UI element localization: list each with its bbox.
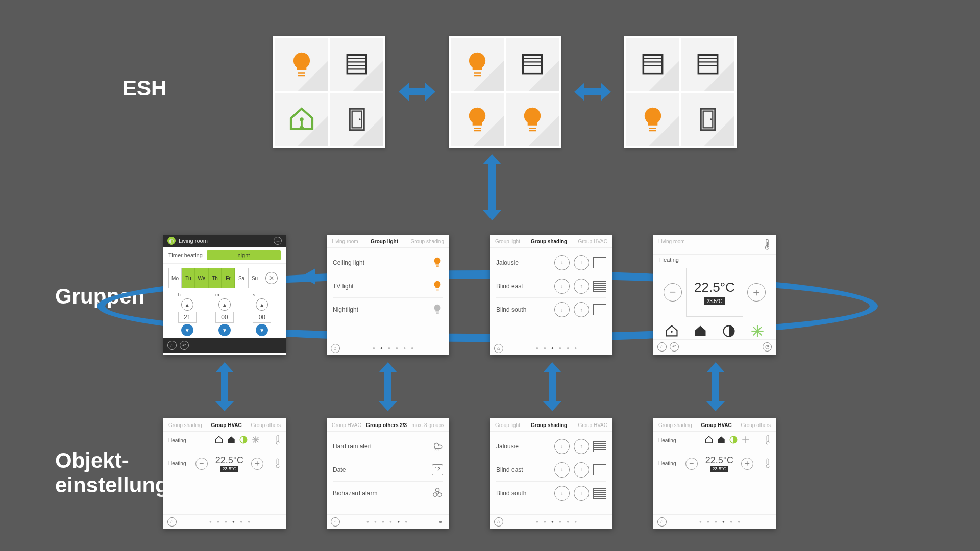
clear-button[interactable]: ✕ — [265, 272, 278, 284]
plus-button[interactable]: ＋ — [747, 283, 766, 302]
m-down-button[interactable]: ▼ — [218, 324, 231, 336]
crumb[interactable]: Group light — [495, 239, 520, 244]
svg-rect-0 — [347, 55, 366, 73]
panel-timer-header: ◐ Living room ＋ — [163, 235, 286, 247]
tile-house[interactable] — [275, 93, 328, 146]
minus-button[interactable]: − — [685, 458, 698, 470]
crumb[interactable]: Group light — [495, 422, 520, 428]
down-button[interactable]: ↓ — [554, 462, 570, 478]
home-icon[interactable]: ⌂ — [167, 517, 177, 527]
light-name: Ceiling light — [333, 259, 364, 266]
plus-button[interactable]: ＋ — [251, 458, 263, 470]
day-we[interactable]: We — [195, 268, 208, 288]
up-button[interactable]: ↑ — [574, 486, 589, 501]
day-fr[interactable]: Fr — [222, 268, 235, 288]
up-button[interactable]: ↑ — [574, 255, 589, 270]
home-icon[interactable]: ⌂ — [657, 517, 667, 527]
mode-frost-icon[interactable] — [741, 435, 750, 445]
home-icon[interactable]: ⌂ — [167, 341, 177, 350]
m-up-button[interactable]: ▲ — [218, 298, 231, 311]
crumb[interactable]: Group others — [251, 422, 281, 428]
home-icon[interactable]: ⌂ — [331, 344, 340, 353]
day-th[interactable]: Th — [208, 268, 222, 288]
home-icon[interactable]: ⌂ — [494, 344, 503, 353]
tile-blind[interactable] — [681, 38, 734, 91]
crumb[interactable]: Living room — [658, 239, 685, 251]
s-down-button[interactable]: ▼ — [256, 324, 268, 336]
up-button[interactable]: ↑ — [574, 462, 589, 478]
arrow-v-icon — [482, 154, 502, 220]
setpoint: 22.5°C — [215, 455, 243, 466]
tile-bulb[interactable] — [451, 93, 504, 146]
s-up-button[interactable]: ▲ — [256, 298, 268, 311]
up-button[interactable]: ↑ — [574, 439, 589, 454]
room-label: Living room — [179, 238, 208, 244]
clock-icon[interactable]: ◔ — [763, 342, 772, 352]
tile-bulb[interactable] — [626, 93, 679, 146]
h-up-button[interactable]: ▲ — [181, 298, 193, 311]
minus-button[interactable]: − — [195, 458, 208, 470]
svg-line-43 — [437, 449, 437, 450]
down-button[interactable]: ↓ — [554, 302, 570, 317]
crumb[interactable]: Group HVAC — [578, 422, 607, 428]
down-button[interactable]: ↓ — [554, 255, 570, 270]
minus-button[interactable]: − — [664, 283, 682, 302]
tile-bulb[interactable] — [275, 38, 328, 91]
home-icon[interactable]: ⌂ — [657, 342, 667, 352]
timer-mode-pill[interactable]: night — [207, 250, 281, 260]
back-icon[interactable]: ↶ — [180, 341, 189, 350]
crumb[interactable]: Group others — [741, 422, 771, 428]
svg-rect-17 — [698, 55, 717, 73]
h-down-button[interactable]: ▼ — [181, 324, 193, 336]
mode-frost-icon[interactable] — [251, 435, 260, 445]
tile-blind[interactable] — [506, 38, 559, 91]
tile-bulb[interactable] — [506, 93, 559, 146]
day-tu[interactable]: Tu — [182, 268, 195, 288]
crumb[interactable]: Group shading — [168, 422, 202, 428]
blind-icon — [518, 50, 547, 79]
mode-away-icon[interactable] — [717, 435, 726, 445]
mode-night-icon[interactable] — [239, 435, 248, 445]
more-icon[interactable]: ● — [436, 517, 445, 527]
mode-presence-icon[interactable] — [665, 324, 679, 339]
bulb-on-icon[interactable] — [432, 280, 443, 292]
crumb[interactable]: Group HVAC — [332, 422, 361, 428]
mode-presence-icon[interactable] — [704, 435, 714, 445]
day-sa[interactable]: Sa — [235, 268, 248, 288]
page-dots: ● ● ● ● ● ● — [180, 519, 282, 524]
mode-frost-icon[interactable] — [750, 324, 765, 339]
home-icon[interactable]: ⌂ — [331, 517, 340, 527]
tile-bulb[interactable] — [451, 38, 504, 91]
crumb[interactable]: Group shading — [658, 422, 692, 428]
day-mo[interactable]: Mo — [168, 268, 182, 288]
up-button[interactable]: ↑ — [574, 279, 589, 294]
add-button[interactable]: ＋ — [274, 237, 282, 245]
crumb[interactable]: Living room — [332, 239, 358, 244]
bulb-off-icon[interactable] — [432, 304, 443, 316]
day-su[interactable]: Su — [248, 268, 261, 288]
back-icon[interactable]: ↶ — [670, 342, 679, 352]
down-button[interactable]: ↓ — [554, 279, 570, 294]
up-button[interactable]: ↑ — [574, 302, 589, 317]
tile-door[interactable] — [681, 93, 734, 146]
home-icon[interactable]: ⌂ — [494, 517, 503, 527]
mode-night-icon[interactable] — [722, 324, 736, 339]
mode-night-icon[interactable] — [729, 435, 738, 445]
bulb-on-icon[interactable] — [432, 257, 443, 269]
tile-blind[interactable] — [330, 38, 383, 91]
tile-door[interactable] — [330, 93, 383, 146]
crumb[interactable]: Group HVAC — [578, 239, 607, 244]
down-button[interactable]: ↓ — [554, 486, 570, 501]
tile-blind[interactable] — [626, 38, 679, 91]
objekt-row: Group shading Group HVAC Group others He… — [163, 418, 776, 529]
panel-shading-2: Group light Group shading Group HVAC Jal… — [490, 418, 612, 529]
blind-name: Blind east — [496, 283, 523, 290]
mode-away-icon[interactable] — [227, 435, 236, 445]
mode-presence-icon[interactable] — [214, 435, 224, 445]
blind-name: Blind south — [496, 306, 526, 313]
down-button[interactable]: ↓ — [554, 439, 570, 454]
plus-button[interactable]: ＋ — [741, 458, 753, 470]
crumb[interactable]: Group shading — [410, 239, 444, 244]
current-temp: 23.5°C — [704, 297, 726, 305]
mode-away-icon[interactable] — [693, 324, 707, 339]
